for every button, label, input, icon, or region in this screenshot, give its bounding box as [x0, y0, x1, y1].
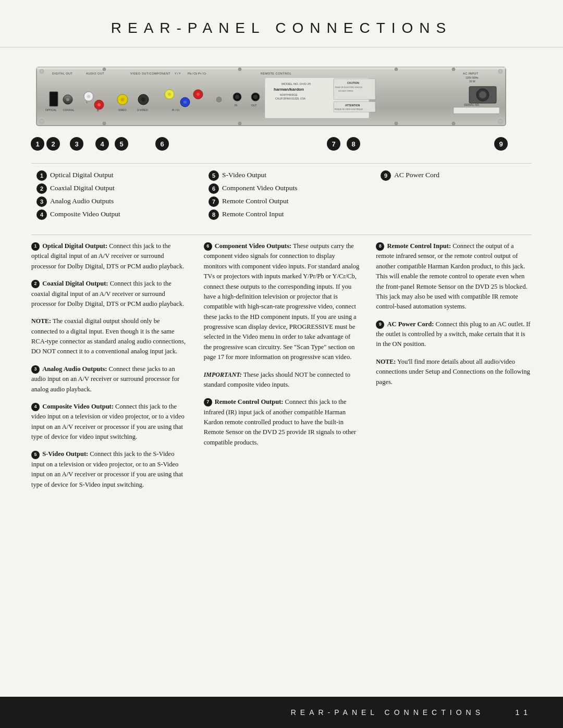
legend-num-5: 5: [209, 170, 219, 181]
footer-connections-label: REAR-PANEL CONNECTIONS: [291, 708, 484, 717]
legend-label-7: Remote Control Output: [222, 196, 289, 206]
page-container: REAR-PANEL CONNECTIONS: [0, 0, 563, 728]
page-title: REAR-PANEL CONNECTIONS: [31, 20, 532, 36]
device-image-section: DIGITAL OUT AUDIO OUT VIDEO OUT/COMPONEN…: [31, 63, 532, 132]
legend-label-6: Component Video Outputs: [222, 183, 297, 193]
legend-item-5: 5 S-Video Output: [209, 170, 360, 181]
desc-num-6: 6: [204, 242, 212, 251]
svg-point-49: [183, 101, 187, 104]
desc-block-2: 2 Coaxial Digital Output: Connect this j…: [31, 279, 187, 309]
device-svg: DIGITAL OUT AUDIO OUT VIDEO OUT/COMPONEN…: [31, 63, 511, 130]
number-badges-78: 7 8: [327, 137, 358, 151]
divider-1: [31, 163, 532, 164]
desc-block-4: 4 Composite Video Output: Connect this j…: [31, 402, 187, 442]
legend-item-2: 2 Coaxial Digital Output: [36, 183, 188, 194]
desc-term-4: Composite Video Output:: [42, 403, 114, 410]
legend-num-6: 6: [209, 183, 219, 194]
desc-term-2: Coaxial Digital Output:: [42, 280, 108, 287]
legend-label-5: S-Video Output: [222, 170, 266, 180]
desc-block-8: 8 Remote Control Input: Connect the outp…: [376, 241, 532, 312]
svg-rect-1: [36, 67, 506, 69]
desc-important-label-6: IMPORTANT:: [204, 371, 242, 378]
numbers-row: 1 2 3 4 5 6 7 8 9: [31, 134, 511, 157]
desc-text-8: Connect the output of a remote infrared …: [376, 242, 527, 310]
footer-page-number: 11: [515, 708, 532, 717]
svg-text:120V 60Hz: 120V 60Hz: [466, 76, 479, 79]
svg-point-66: [395, 122, 398, 125]
desc-block-note-2: NOTE: The coaxial digital output should …: [31, 316, 187, 357]
legend-spacer-2: [381, 196, 532, 206]
desc-col-3: 8 Remote Control Input: Connect the outp…: [376, 241, 532, 490]
legend-label-1: Optical Digital Output: [50, 170, 113, 180]
desc-block-note-9: NOTE: You'll find more details about all…: [376, 357, 532, 387]
main-content: DIGITAL OUT AUDIO OUT VIDEO OUT/COMPONEN…: [0, 47, 563, 697]
svg-text:AUDIO OUT: AUDIO OUT: [86, 72, 104, 75]
svg-point-25: [479, 91, 486, 98]
svg-point-64: [103, 122, 106, 125]
desc-num-8: 8: [376, 242, 384, 251]
legend-label-3: Analog Audio Outputs: [50, 196, 114, 206]
svg-text:L: L: [87, 101, 88, 104]
svg-text:S-VIDEO: S-VIDEO: [137, 108, 148, 112]
desc-term-5: S-Video Output:: [42, 450, 88, 458]
legend-label-8: Remote Control Input: [222, 209, 284, 219]
number-badge-5: 5: [114, 137, 132, 151]
legend-label-2: Coaxial Digital Output: [50, 183, 115, 193]
svg-point-70: [395, 68, 398, 71]
desc-note-text-2: The coaxial digital output should only b…: [31, 317, 186, 355]
svg-point-65: [238, 122, 241, 125]
desc-text-6: These outputs carry the component video …: [204, 242, 360, 361]
footer-text: REAR-PANEL CONNECTIONS 11: [291, 708, 532, 717]
svg-text:IN: IN: [235, 104, 237, 107]
svg-point-38: [97, 103, 101, 106]
desc-term-7: Remote Control Output:: [215, 398, 284, 405]
svg-point-60: [40, 69, 44, 73]
desc-col-1: 1 Optical Digital Output: Connect this j…: [31, 241, 187, 490]
svg-point-59: [216, 97, 222, 102]
legend-item-4: 4 Composite Video Output: [36, 209, 188, 220]
legend-section: 1 Optical Digital Output 5 S-Video Outpu…: [31, 170, 532, 220]
desc-num-1: 1: [31, 242, 40, 251]
svg-text:Pr / Cr: Pr / Cr: [198, 72, 206, 75]
legend-num-8: 8: [209, 209, 219, 220]
svg-text:RISK OF ELECTRIC SHOCK: RISK OF ELECTRIC SHOCK: [335, 86, 363, 89]
svg-text:REMOTE CONTROL: REMOTE CONTROL: [261, 72, 291, 75]
number-badge-9: 9: [490, 137, 511, 151]
desc-num-2: 2: [31, 280, 40, 288]
divider-2: [31, 235, 532, 235]
desc-term-9: AC Power Cord:: [387, 320, 434, 328]
svg-point-44: [141, 97, 145, 102]
svg-point-63: [498, 119, 503, 124]
svg-text:R: R: [97, 109, 99, 112]
svg-point-41: [121, 98, 125, 102]
desc-block-9: 9 AC Power Cord: Connect this plug to an…: [376, 319, 532, 350]
legend-num-1: 1: [36, 170, 47, 181]
desc-note-text-9: You'll find more details about all audio…: [376, 358, 530, 386]
svg-text:SERIAL NO.: SERIAL NO.: [464, 103, 480, 106]
svg-rect-22: [454, 107, 499, 114]
legend-label-9: AC Power Cord: [394, 170, 439, 180]
legend-num-9: 9: [381, 170, 391, 181]
legend-item-3: 3 Analog Audio Outputs: [36, 196, 188, 207]
svg-text:DIGITAL OUT: DIGITAL OUT: [52, 72, 73, 75]
legend-num-7: 7: [209, 196, 219, 207]
desc-num-3: 3: [31, 365, 40, 374]
svg-point-35: [87, 95, 90, 98]
descriptions-section: 1 Optical Digital Output: Connect this j…: [31, 241, 532, 490]
desc-term-6: Component Video Outputs:: [215, 242, 291, 250]
desc-block-5: 5 S-Video Output: Connect this jack to t…: [31, 449, 187, 490]
svg-point-67: [452, 122, 455, 125]
desc-term-8: Remote Control Input:: [387, 242, 451, 250]
desc-term-3: Analog Audio Outputs:: [42, 365, 107, 373]
legend-item-1: 1 Optical Digital Output: [36, 170, 188, 181]
number-badge-4: 4: [94, 137, 114, 151]
page-footer: REAR-PANEL CONNECTIONS 11: [0, 697, 563, 728]
svg-text:harman/kardon: harman/kardon: [274, 87, 304, 92]
svg-point-69: [238, 68, 241, 71]
svg-point-61: [40, 119, 44, 124]
desc-col-2: 6 Component Video Outputs: These outputs…: [204, 241, 360, 490]
number-badge-1: 1: [31, 137, 47, 151]
svg-text:DO NOT OPEN: DO NOT OPEN: [338, 90, 353, 92]
svg-text:CAUTION: CAUTION: [347, 81, 359, 84]
svg-text:OPTICAL: OPTICAL: [45, 108, 57, 112]
